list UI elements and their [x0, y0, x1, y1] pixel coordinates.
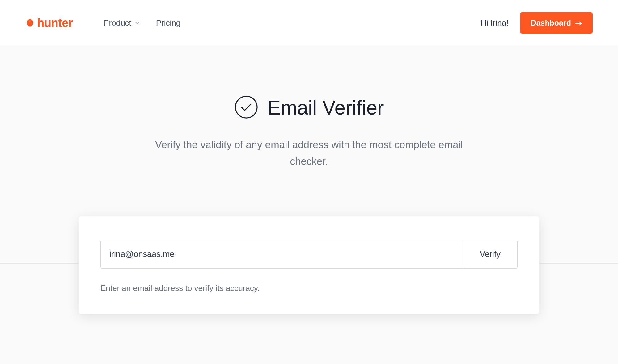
page-title: Email Verifier: [268, 96, 384, 119]
help-text: Enter an email address to verify its acc…: [100, 283, 518, 293]
svg-point-1: [235, 96, 257, 118]
arrow-right-icon: [575, 19, 582, 27]
nav-product[interactable]: Product: [104, 18, 140, 28]
hero-section: Email Verifier Verify the validity of an…: [0, 46, 618, 170]
logo-text: hunter: [37, 16, 73, 30]
user-greeting: Hi Irina!: [481, 18, 509, 28]
chevron-down-icon: [134, 18, 140, 28]
verifier-card: Verify Enter an email address to verify …: [79, 216, 539, 314]
verify-button[interactable]: Verify: [463, 240, 517, 268]
dashboard-button[interactable]: Dashboard: [520, 12, 593, 34]
main-header: hunter Product Pricing Hi Irina! Dashboa…: [0, 0, 618, 46]
dashboard-button-label: Dashboard: [531, 19, 571, 27]
main-nav: Product Pricing: [104, 18, 481, 28]
hero-title-group: Email Verifier: [0, 95, 618, 120]
nav-product-label: Product: [104, 18, 131, 28]
email-input[interactable]: [101, 240, 463, 268]
check-circle-icon: [234, 95, 258, 120]
main-content: Email Verifier Verify the validity of an…: [0, 46, 618, 364]
email-input-group: Verify: [100, 240, 518, 269]
nav-pricing[interactable]: Pricing: [156, 18, 180, 28]
nav-pricing-label: Pricing: [156, 18, 180, 28]
logo[interactable]: hunter: [25, 16, 73, 30]
logo-icon: [25, 18, 35, 28]
hero-subtitle: Verify the validity of any email address…: [142, 136, 476, 170]
header-right: Hi Irina! Dashboard: [481, 12, 593, 34]
